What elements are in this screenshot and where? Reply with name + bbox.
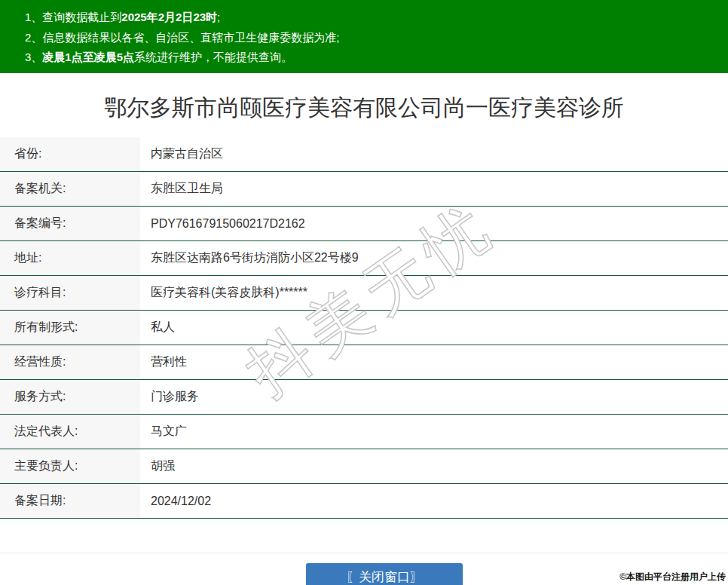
row-value: 东胜区卫生局 <box>140 172 728 206</box>
notice-item: 3、凌晨1点至凌晨5点系统进行维护，不能提供查询。 <box>25 47 720 68</box>
table-row: 诊疗科目: 医疗美容科(美容皮肤科)****** <box>0 276 728 311</box>
table-row: 备案日期: 2024/12/02 <box>0 484 728 519</box>
footer-divider <box>0 553 728 553</box>
row-value: 门诊服务 <box>140 380 728 414</box>
row-label: 所有制形式: <box>0 311 140 345</box>
row-value: 2024/12/02 <box>140 484 728 518</box>
notice-item: 1、查询数据截止到2025年2月2日23时; <box>25 8 720 28</box>
row-value: 内蒙古自治区 <box>140 137 728 171</box>
row-label: 备案日期: <box>0 484 140 518</box>
table-row: 服务方式: 门诊服务 <box>0 380 728 415</box>
row-label: 地址: <box>0 241 140 275</box>
row-value: PDY76167915060217D2162 <box>140 207 728 240</box>
notice-banner: 1、查询数据截止到2025年2月2日23时; 2、信息数据结果以各省、自治区、直… <box>0 0 728 73</box>
notice-pre: 信息数据结果以各省、自治区、直辖市卫生健康委数据为准; <box>42 31 339 44</box>
close-window-button[interactable]: 〖关闭窗口〗 <box>306 563 463 585</box>
row-label: 备案机关: <box>0 172 140 206</box>
notice-num: 3、 <box>25 51 42 63</box>
notice-item: 2、信息数据结果以各省、自治区、直辖市卫生健康委数据为准; <box>25 28 720 48</box>
table-row: 备案机关: 东胜区卫生局 <box>0 172 728 207</box>
row-value: 马文广 <box>140 415 728 449</box>
credit-text: ©本图由平台注册用户上传 <box>619 571 726 583</box>
table-row: 省份: 内蒙古自治区 <box>0 137 728 172</box>
row-label: 服务方式: <box>0 380 140 414</box>
row-label: 备案编号: <box>0 207 140 240</box>
notice-post: 系统进行维护，不能提供查询。 <box>134 51 292 63</box>
row-label: 省份: <box>0 137 140 171</box>
page-title: 鄂尔多斯市尚颐医疗美容有限公司尚一医疗美容诊所 <box>0 94 728 121</box>
row-value: 私人 <box>140 311 728 345</box>
notice-bold: 凌晨1点至凌晨5点 <box>42 51 134 63</box>
table-row: 主要负责人: 胡强 <box>0 449 728 484</box>
notice-post: ; <box>217 11 220 23</box>
row-label: 主要负责人: <box>0 449 140 483</box>
table-row: 经营性质: 营利性 <box>0 345 728 380</box>
page: 1、查询数据截止到2025年2月2日23时; 2、信息数据结果以各省、自治区、直… <box>0 0 728 519</box>
info-table: 省份: 内蒙古自治区 备案机关: 东胜区卫生局 备案编号: PDY7616791… <box>0 137 728 519</box>
row-value: 医疗美容科(美容皮肤科)****** <box>140 276 728 310</box>
notice-num: 2、 <box>25 31 42 44</box>
notice-num: 1、 <box>25 11 42 23</box>
row-value: 营利性 <box>140 345 728 379</box>
notice-bold: 2025年2月2日23时 <box>121 11 217 23</box>
row-label: 诊疗科目: <box>0 276 140 310</box>
row-value: 胡强 <box>140 449 728 483</box>
table-row: 地址: 东胜区达南路6号街坊消防小区22号楼9 <box>0 241 728 276</box>
table-row: 所有制形式: 私人 <box>0 311 728 345</box>
table-row: 备案编号: PDY76167915060217D2162 <box>0 207 728 241</box>
row-label: 经营性质: <box>0 345 140 379</box>
row-value: 东胜区达南路6号街坊消防小区22号楼9 <box>140 241 728 275</box>
table-row: 法定代表人: 马文广 <box>0 415 728 449</box>
notice-pre: 查询数据截止到 <box>42 11 121 23</box>
row-label: 法定代表人: <box>0 415 140 449</box>
